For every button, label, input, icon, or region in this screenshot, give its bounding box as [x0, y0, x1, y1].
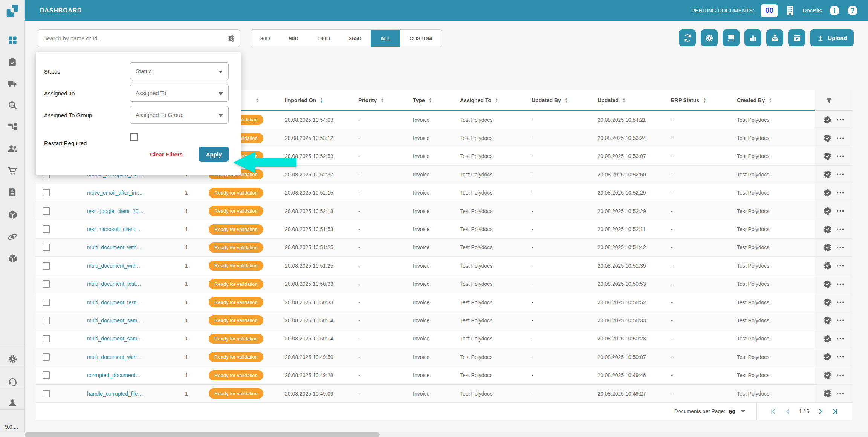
row-more-button[interactable] — [836, 371, 845, 380]
status-filter-select[interactable]: Status — [130, 62, 229, 80]
sidebar-item-tasks[interactable] — [0, 54, 25, 71]
docbits-logo-icon[interactable] — [5, 3, 20, 18]
validate-button[interactable] — [823, 389, 832, 398]
validate-button[interactable] — [823, 152, 832, 161]
tune-icon[interactable] — [223, 30, 240, 47]
sidebar-item-dashboard[interactable] — [0, 32, 25, 48]
sort-arrows-icon[interactable]: ▲▼ — [703, 98, 706, 103]
document-name-link[interactable]: test_microsoft_client… — [87, 226, 141, 232]
info-icon[interactable] — [829, 5, 840, 16]
validate-button[interactable] — [823, 316, 832, 325]
sidebar-item-profile[interactable] — [0, 394, 25, 411]
document-name-link[interactable]: multi_document_with… — [87, 354, 142, 360]
column-header-type[interactable]: Type▲▼ — [407, 90, 454, 110]
horizontal-scrollbar-thumb[interactable] — [25, 432, 380, 437]
sidebar-item-invoices[interactable]: $ — [0, 184, 25, 201]
column-header-assigned_to[interactable]: Assigned To▲▼ — [454, 90, 526, 110]
sort-arrows-icon[interactable]: ▲▼ — [769, 98, 772, 103]
row-more-button[interactable] — [836, 189, 845, 197]
assigned-to-group-filter-select[interactable]: Assigned To Group — [130, 106, 229, 124]
tab-custom[interactable]: CUSTOM — [400, 30, 442, 47]
validate-button[interactable] — [823, 170, 832, 179]
row-checkbox[interactable] — [43, 371, 50, 379]
export-button[interactable] — [788, 29, 805, 46]
column-header-updated_by[interactable]: Updated By▲▼ — [526, 90, 591, 110]
tab-all[interactable]: ALL — [371, 30, 400, 47]
sort-arrows-icon[interactable]: ▲▼ — [429, 98, 432, 103]
row-checkbox[interactable] — [43, 262, 50, 270]
row-more-button[interactable] — [836, 280, 845, 288]
validate-button[interactable] — [823, 115, 832, 124]
validate-button[interactable] — [823, 353, 832, 361]
column-header-created_by[interactable]: Created By▲▼ — [731, 90, 815, 110]
column-header-erp_status[interactable]: ERP Status▲▼ — [665, 90, 731, 110]
next-page-button[interactable] — [817, 408, 824, 415]
sort-arrows-icon[interactable]: ▲▼ — [320, 98, 323, 103]
document-name-link[interactable]: multi_document_test… — [87, 281, 141, 287]
search-input[interactable] — [38, 35, 223, 41]
row-more-button[interactable] — [836, 389, 845, 398]
sidebar-item-settings[interactable] — [0, 351, 25, 367]
row-checkbox[interactable] — [43, 299, 50, 306]
validate-button[interactable] — [823, 189, 832, 197]
sidebar-item-support[interactable] — [0, 373, 25, 389]
document-name-link[interactable]: multi_document_sam… — [87, 317, 142, 324]
validate-button[interactable] — [823, 134, 832, 143]
validate-button[interactable] — [823, 243, 832, 252]
sidebar-item-shipments[interactable] — [0, 75, 25, 92]
row-more-button[interactable] — [836, 353, 845, 361]
validate-button[interactable] — [823, 261, 832, 270]
row-more-button[interactable] — [836, 334, 845, 343]
validate-button[interactable] — [823, 298, 832, 307]
apply-button[interactable]: Apply — [199, 147, 229, 162]
upload-button[interactable]: Upload — [810, 29, 854, 46]
row-more-button[interactable] — [836, 316, 845, 325]
row-checkbox[interactable] — [43, 353, 50, 361]
column-header-imported[interactable]: Imported On▲▼ — [279, 90, 352, 110]
first-page-button[interactable] — [770, 408, 777, 415]
tab-180d[interactable]: 180D — [308, 30, 339, 47]
sidebar-item-packages[interactable] — [0, 206, 25, 223]
document-name-link[interactable]: test_google_client_20… — [87, 208, 144, 214]
row-more-button[interactable] — [836, 115, 845, 124]
sort-arrows-icon[interactable]: ▲▼ — [495, 98, 498, 103]
row-more-button[interactable] — [836, 170, 845, 179]
tab-365d[interactable]: 365D — [339, 30, 371, 47]
row-more-button[interactable] — [836, 207, 845, 215]
assigned-to-filter-select[interactable]: Assigned To — [130, 84, 229, 102]
row-more-button[interactable] — [836, 152, 845, 161]
row-checkbox[interactable] — [43, 244, 50, 251]
document-name-link[interactable]: multi_document_sam… — [87, 336, 142, 342]
row-checkbox[interactable] — [43, 390, 50, 397]
restart-required-checkbox[interactable] — [130, 133, 138, 141]
sidebar-item-cart[interactable] — [0, 163, 25, 179]
column-header-updated[interactable]: Updated▲▼ — [591, 90, 665, 110]
document-name-link[interactable]: multi_document_with… — [87, 263, 142, 269]
sort-arrows-icon[interactable]: ▲▼ — [381, 98, 384, 103]
sidebar-item-workflow[interactable] — [0, 118, 25, 135]
document-name-link[interactable]: multi_document_test… — [87, 299, 141, 305]
row-checkbox[interactable] — [43, 335, 50, 342]
row-more-button[interactable] — [836, 134, 845, 143]
analytics-button[interactable] — [744, 29, 761, 46]
validate-button[interactable] — [823, 371, 832, 380]
row-more-button[interactable] — [836, 243, 845, 252]
validate-button[interactable] — [823, 280, 832, 288]
row-more-button[interactable] — [836, 298, 845, 307]
prev-page-button[interactable] — [784, 408, 792, 415]
settings-button[interactable] — [701, 29, 718, 46]
document-name-link[interactable]: move_email_after_im… — [87, 190, 143, 196]
row-more-button[interactable] — [836, 225, 845, 234]
document-name-link[interactable]: corrupted_document… — [87, 372, 141, 378]
sort-arrows-icon[interactable]: ▲▼ — [565, 98, 568, 103]
row-checkbox[interactable] — [43, 280, 50, 288]
document-name-link[interactable]: multi_document_with… — [87, 244, 142, 250]
sort-arrows-icon[interactable]: ▲▼ — [255, 98, 259, 103]
per-page-value[interactable]: 50 — [729, 408, 735, 415]
mail-import-button[interactable] — [766, 29, 783, 46]
pending-documents-count[interactable]: 00 — [761, 4, 778, 17]
sidebar-item-products[interactable] — [0, 250, 25, 267]
scanner-button[interactable] — [723, 29, 740, 46]
row-checkbox[interactable] — [43, 207, 50, 215]
last-page-button[interactable] — [831, 408, 839, 415]
